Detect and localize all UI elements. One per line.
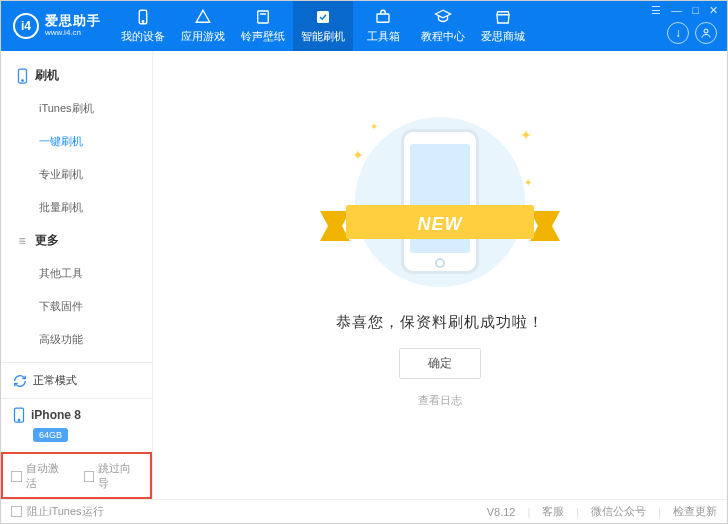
flash-options-row: 自动激活跳过向导 [1,452,152,499]
menu-icon[interactable]: ☰ [651,4,661,17]
app-title: 爱思助手 [45,14,101,28]
phone-icon [13,407,25,423]
success-illustration: ✦ ✦ ✦ ✦ NEW [340,107,540,297]
app-logo: i4 爱思助手 www.i4.cn [1,1,113,51]
status-bar: 阻止iTunes运行 V8.12 | 客服 | 微信公众号 | 检查更新 [1,499,727,523]
checkbox-icon[interactable] [84,471,95,482]
svg-rect-3 [260,13,266,15]
sparkle-icon: ✦ [370,121,380,131]
user-icon[interactable] [695,22,717,44]
top-nav: 我的设备应用游戏铃声壁纸智能刷机工具箱教程中心爱思商城 [113,1,667,51]
sidebar-item-batch-flash[interactable]: 批量刷机 [1,191,152,224]
refresh-icon [13,374,27,388]
sparkle-icon: ✦ [524,177,534,187]
maximize-icon[interactable]: □ [692,4,699,17]
device-mode-label: 正常模式 [33,373,77,388]
device-storage-badge: 64GB [33,428,68,442]
nav-label: 智能刷机 [301,29,345,44]
nav-label: 教程中心 [421,29,465,44]
sidebar-group-more[interactable]: ≡更多 [1,224,152,257]
nav-smart-flash[interactable]: 智能刷机 [293,1,353,51]
sidebar-item-pro-flash[interactable]: 专业刷机 [1,158,152,191]
logo-badge-icon: i4 [13,13,39,39]
minimize-icon[interactable]: — [671,4,682,17]
app-subtitle: www.i4.cn [45,29,101,38]
svg-point-10 [18,419,20,421]
success-message: 恭喜您，保资料刷机成功啦！ [336,313,544,332]
nav-toolbox[interactable]: 工具箱 [353,1,413,51]
svg-rect-4 [317,11,329,23]
nav-label: 铃声壁纸 [241,29,285,44]
nav-tutorial[interactable]: 教程中心 [413,1,473,51]
svg-rect-2 [258,11,269,23]
option-auto-activate[interactable]: 自动激活 [11,461,70,491]
block-itunes-label: 阻止iTunes运行 [27,504,104,519]
svg-point-8 [21,79,23,81]
device-name: iPhone 8 [31,408,81,422]
window-controls: ☰ — □ ✕ [651,4,718,17]
nav-label: 工具箱 [367,29,400,44]
nav-my-device[interactable]: 我的设备 [113,1,173,51]
sidebar-item-itunes-flash[interactable]: iTunes刷机 [1,92,152,125]
confirm-button[interactable]: 确定 [399,348,481,379]
wechat-link[interactable]: 微信公众号 [591,504,646,519]
sidebar-item-other-tools[interactable]: 其他工具 [1,257,152,290]
connected-device[interactable]: iPhone 8 64GB [1,398,152,452]
check-update-link[interactable]: 检查更新 [673,504,717,519]
svg-point-6 [704,29,708,33]
main-panel: ✦ ✦ ✦ ✦ NEW 恭喜您，保资料刷机成功啦！ 确定 [153,51,727,499]
view-log-link[interactable]: 查看日志 [418,393,462,408]
sidebar: 刷机iTunes刷机一键刷机专业刷机批量刷机≡更多其他工具下载固件高级功能 正常… [1,51,153,499]
phone-icon [15,68,29,84]
close-icon[interactable]: ✕ [709,4,718,17]
support-link[interactable]: 客服 [542,504,564,519]
nav-label: 应用游戏 [181,29,225,44]
nav-label: 爱思商城 [481,29,525,44]
new-ribbon-icon: NEW [320,205,560,247]
block-itunes-checkbox[interactable] [11,506,22,517]
device-mode-status[interactable]: 正常模式 [1,362,152,398]
sparkle-icon: ✦ [352,147,362,157]
download-icon[interactable]: ↓ [667,22,689,44]
app-header: ☰ — □ ✕ i4 爱思助手 www.i4.cn 我的设备应用游戏铃声壁纸智能… [1,1,727,51]
menu-icon: ≡ [15,234,29,248]
phone-illustration-icon [401,129,479,274]
svg-rect-5 [377,14,389,22]
nav-apps-games[interactable]: 应用游戏 [173,1,233,51]
sparkle-icon: ✦ [520,127,530,137]
version-label: V8.12 [487,506,516,518]
option-skip-wizard[interactable]: 跳过向导 [84,461,143,491]
sidebar-item-advanced[interactable]: 高级功能 [1,323,152,356]
sidebar-group-flash[interactable]: 刷机 [1,59,152,92]
sidebar-item-onekey-flash[interactable]: 一键刷机 [1,125,152,158]
sidebar-item-download-fw[interactable]: 下载固件 [1,290,152,323]
nav-store[interactable]: 爱思商城 [473,1,533,51]
svg-point-1 [142,21,144,23]
nav-label: 我的设备 [121,29,165,44]
checkbox-icon[interactable] [11,471,22,482]
nav-ring-wall[interactable]: 铃声壁纸 [233,1,293,51]
